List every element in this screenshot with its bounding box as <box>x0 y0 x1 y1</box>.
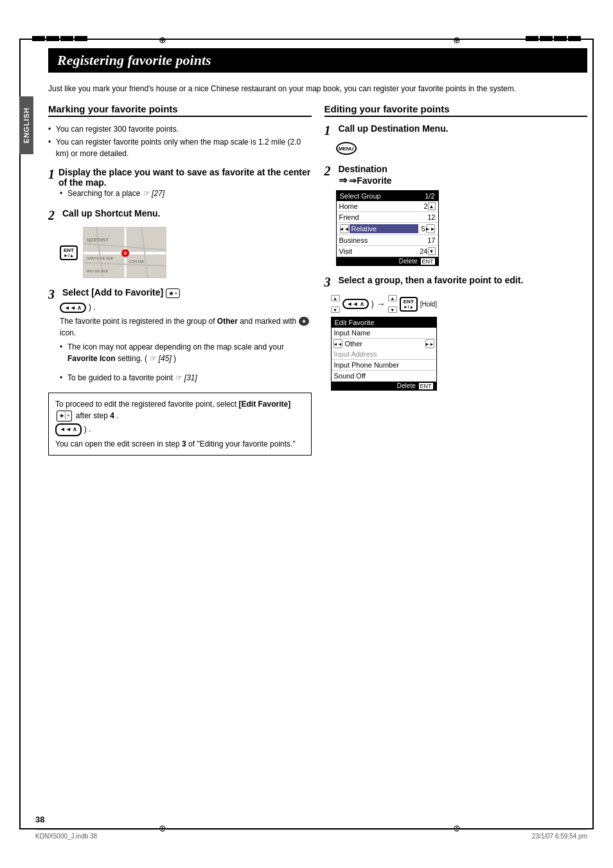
footer-left: KDNX5000_J.indb 38 <box>35 833 97 840</box>
right-step-3: 3 Select a group, then a favorite point … <box>324 275 588 391</box>
svg-text:SANTA FE AVE: SANTA FE AVE <box>87 256 113 260</box>
nav-arrow-right[interactable]: ►► <box>426 224 435 233</box>
edit-row-input-name[interactable]: Input Name <box>332 328 436 339</box>
left-step-1-title: Display the place you want to save as fa… <box>58 167 310 188</box>
info-box-btn[interactable]: ◄◄ ∧ <box>55 423 82 436</box>
step3-bullet-1: The icon may not appear depending on the… <box>60 341 312 364</box>
edit-table-header: Edit Favorite <box>332 317 436 328</box>
step2-nav-group: ENT ►/▲ <box>60 227 312 278</box>
dest-arrow: ⇒ <box>339 175 347 186</box>
step1-sub-bullet: Searching for a place ☞ [27] <box>60 188 312 199</box>
left-step-1-header: 1 Display the place you want to save as … <box>48 167 312 188</box>
footer: KDNX5000_J.indb 38 23/1/07 6:59:54 pm <box>35 829 587 840</box>
edit-delete-icon[interactable]: ENT <box>419 383 433 389</box>
right-step-number-3: 3 <box>324 275 331 290</box>
right-step-2: 2 Destination ⇒ ⇒Favorite Select Group 1… <box>324 164 588 266</box>
map-svg: NORTHST SANTA FE AVE CON MA RIO DE AVE <box>84 227 166 278</box>
two-column-layout: Marking your favorite points You can reg… <box>48 103 587 465</box>
right-step-2-title: Destination <box>339 164 387 174</box>
edit-row-sound-off[interactable]: Sound Off <box>332 371 436 382</box>
svg-point-8 <box>123 251 127 255</box>
svg-text:RIO DE AVE: RIO DE AVE <box>87 269 109 273</box>
step3-body1: The favorite point is registered in the … <box>60 315 312 339</box>
bullet-2: You can register favorite points only wh… <box>48 136 312 159</box>
bullet-1: You can register 300 favorite points. <box>48 123 312 135</box>
step3-nav-group: ▲ ▼ ◄◄ ∧ ) → ▲ ▼ <box>331 295 588 313</box>
confirm-btn-step3[interactable]: ◄◄ ∧ <box>342 299 369 309</box>
page-number: 38 <box>35 815 44 824</box>
left-step-2: 2 Call up Shortcut Menu. ENT ►/▲ <box>48 208 312 278</box>
up-arrow-2[interactable]: ▲ <box>388 295 397 301</box>
map-image: NORTHST SANTA FE AVE CON MA RIO DE AVE <box>83 227 166 278</box>
sub-btn-step3[interactable]: ◄◄ ∧ <box>60 303 86 313</box>
add-to-favorite-icon[interactable]: ★» <box>166 288 180 298</box>
edit-row-other: ◄◄ Other ►► <box>332 339 436 349</box>
marking-bullets: You can register 300 favorite points. Yo… <box>48 123 312 159</box>
table-row-business[interactable]: Business 17 <box>337 235 438 246</box>
up-down-arrows-left: ▲ ▼ <box>331 295 340 313</box>
left-column: Marking your favorite points You can reg… <box>48 103 312 465</box>
edit-table-footer: Delete ENT <box>332 382 436 390</box>
down-arrow[interactable]: ▼ <box>331 306 340 313</box>
select-table-header: Select Group 1/2 <box>337 191 438 201</box>
step3-bullet-2: To be guided to a favorite point ☞ [31] <box>60 372 312 384</box>
scrollbar-up[interactable]: ▲ <box>428 202 436 210</box>
page-border-right <box>592 40 594 828</box>
language-label: ENGLISH <box>22 107 30 143</box>
cross-top-center: ⊕ <box>157 35 168 45</box>
table-row-home[interactable]: Home 2 ▲ <box>337 201 438 212</box>
ent-button-step2[interactable]: ENT ►/▲ <box>60 245 78 260</box>
favorite-mark-icon: ★ <box>299 317 309 326</box>
step-number-2: 2 <box>48 208 55 223</box>
left-step-3: 3 Select [Add to Favorite] ★» ◄◄ ∧ ) . <box>48 287 312 384</box>
right-section-heading: Editing your favorite points <box>324 103 588 117</box>
scrollbar-down[interactable]: ▼ <box>428 247 436 255</box>
right-step-number-1: 1 <box>324 123 331 138</box>
right-step-3-title: Select a group, then a favorite point to… <box>339 275 524 285</box>
left-step-3-title: Select [Add to Favorite] <box>62 287 163 297</box>
page-title: Registering favorite points <box>57 52 578 69</box>
right-step-2-subtitle: ⇒Favorite <box>349 175 391 186</box>
right-arrow-step3: → <box>377 299 386 309</box>
main-content: Registering favorite points Just like yo… <box>35 48 587 465</box>
table-row-friend[interactable]: Friend 12 <box>337 212 438 223</box>
nav-arrow-left[interactable]: ◄◄ <box>340 224 349 233</box>
info-box: To proceed to edit the registered favori… <box>48 393 312 456</box>
edit-nav-left[interactable]: ◄◄ <box>333 339 342 348</box>
menu-button[interactable]: MENU <box>336 142 357 155</box>
right-step-1: 1 Call up Destination Menu. MENU <box>324 123 588 155</box>
down-arrow-2[interactable]: ▼ <box>388 306 397 313</box>
deco-top-left <box>32 36 87 41</box>
language-sidebar: ENGLISH <box>19 96 33 154</box>
up-down-arrows-right: ▲ ▼ <box>388 295 397 313</box>
edit-favorite-table: Edit Favorite Input Name ◄◄ Other ►► Inp… <box>331 317 437 391</box>
select-group-table: Select Group 1/2 Home 2 ▲ Friend 12 <box>336 190 439 266</box>
left-section-heading: Marking your favorite points <box>48 103 312 117</box>
delete-icon[interactable]: ENT <box>421 258 435 265</box>
step-number-1: 1 <box>48 167 55 182</box>
page-border-top <box>19 39 594 40</box>
title-bar: Registering favorite points <box>48 48 587 73</box>
left-step-2-title: Call up Shortcut Menu. <box>62 208 160 218</box>
footer-right: 23/1/07 6:59:54 pm <box>532 833 587 840</box>
hold-label: [Hold] <box>420 301 437 308</box>
svg-text:NORTHST: NORTHST <box>87 238 109 242</box>
cross-top-right: ⊕ <box>452 35 462 45</box>
edit-favorite-icon[interactable]: ★» <box>57 411 72 422</box>
right-step-number-2: 2 <box>324 164 331 179</box>
table-row-visit[interactable]: Visit 24 ▼ <box>337 246 438 257</box>
right-step-1-title: Call up Destination Menu. <box>339 123 449 134</box>
right-column: Editing your favorite points 1 Call up D… <box>324 103 588 465</box>
left-step-1: 1 Display the place you want to save as … <box>48 167 312 199</box>
edit-nav-right[interactable]: ►► <box>425 339 434 348</box>
edit-row-input-address[interactable]: Input Address <box>332 349 436 360</box>
edit-row-input-phone[interactable]: Input Phone Number <box>332 360 436 371</box>
intro-text: Just like you mark your friend's house o… <box>48 83 587 94</box>
svg-text:CON MA: CON MA <box>129 260 144 263</box>
deco-top-right <box>526 36 581 41</box>
up-arrow[interactable]: ▲ <box>331 295 340 301</box>
select-table-footer: Delete ENT <box>337 257 438 265</box>
step-number-3: 3 <box>48 287 55 302</box>
ent-button-step3[interactable]: ENT ►/▲ <box>400 297 418 312</box>
table-row-relative[interactable]: ◄◄ Relative 5 ►► <box>337 223 438 235</box>
